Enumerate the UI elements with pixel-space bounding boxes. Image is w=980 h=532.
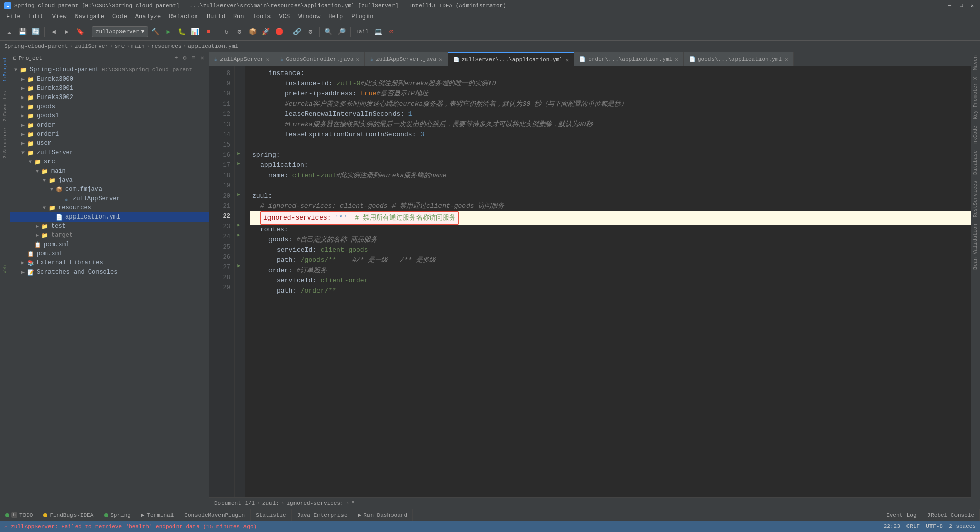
tree-item-main[interactable]: ▼ 📁 main — [10, 166, 209, 176]
tree-item-user[interactable]: ▶ 📁 user — [10, 139, 209, 148]
gutter-23[interactable]: ▶ — [235, 220, 243, 230]
terminal-icon[interactable]: 💻 — [372, 26, 384, 38]
menu-plugin[interactable]: Plugin — [347, 12, 377, 21]
bottom-tab-jrebel[interactable]: JRebel Console — [922, 509, 980, 521]
tree-item-target[interactable]: ▶ 📁 target — [10, 231, 209, 240]
run-button[interactable]: ▶ — [162, 26, 175, 38]
favorites-side-icon[interactable]: 2:Favorites — [1, 91, 10, 122]
tab-close-zullappserver[interactable]: ✕ — [266, 56, 270, 63]
menu-build[interactable]: Build — [203, 12, 229, 21]
menu-vcs[interactable]: VCS — [275, 12, 295, 21]
bottom-tab-todo[interactable]: 6 TODO — [0, 509, 38, 521]
tree-item-java[interactable]: ▼ 📁 java — [10, 176, 209, 185]
right-panel-key-promoter[interactable]: Key Promoter X — [972, 74, 979, 123]
forward-button[interactable]: ▶ — [61, 26, 73, 38]
bc-application-yml[interactable]: application.yml — [188, 43, 238, 50]
tab-close-goodscontroller[interactable]: ✕ — [356, 56, 360, 63]
debug-button[interactable]: 🐛 — [176, 26, 188, 38]
tree-item-order[interactable]: ▶ 📁 order — [10, 120, 209, 130]
attach-button[interactable]: 🔗 — [291, 26, 303, 38]
gutter-27[interactable]: ▶ — [235, 260, 243, 271]
tree-item-eureka3001[interactable]: ▶ 📁 Eureka3001 — [10, 84, 209, 93]
tree-item-goods[interactable]: ▶ 📁 goods — [10, 102, 209, 111]
tab-zullappserver-java[interactable]: ☕ zullAppServer.java ✕ — [365, 52, 448, 66]
menu-window[interactable]: Window — [294, 12, 324, 21]
gutter-16[interactable]: ▶ — [235, 148, 243, 158]
web-side-icon[interactable]: Web — [1, 261, 10, 277]
tab-close-zullappserver-java[interactable]: ✕ — [439, 56, 443, 63]
close-button[interactable]: ✕ — [969, 2, 976, 9]
tree-item-zullappserver-java[interactable]: ☕ zullAppServer — [10, 194, 209, 203]
menu-file[interactable]: File — [2, 12, 25, 21]
tree-item-resources[interactable]: ▼ 📁 resources — [10, 203, 209, 212]
search-button[interactable]: 🔍 — [322, 26, 334, 38]
back-button[interactable]: ◀ — [47, 26, 60, 38]
tab-order-app[interactable]: 📄 order\...\application.yml ✕ — [574, 52, 684, 66]
build-button[interactable]: 🔨 — [149, 26, 161, 38]
structure-side-icon[interactable]: 3:Structure — [1, 128, 10, 158]
tree-item-zullserver[interactable]: ▼ 📁 zullServer — [10, 148, 209, 157]
tree-item-comfmjava[interactable]: ▼ 📦 com.fmjava — [10, 185, 209, 194]
bottom-tab-terminal[interactable]: ▶ Terminal — [136, 509, 179, 521]
sync-button[interactable]: 🔄 — [30, 26, 42, 38]
panel-close-btn[interactable]: ✕ — [199, 54, 206, 62]
bottom-tab-findbugs[interactable]: FindBugs-IDEA — [38, 509, 99, 521]
right-panel-database[interactable]: Database — [972, 147, 979, 178]
tree-item-order1[interactable]: ▶ 📁 order1 — [10, 130, 209, 139]
gutter-17[interactable]: ▶ — [235, 158, 243, 168]
tree-item-src[interactable]: ▼ 📁 src — [10, 157, 209, 166]
menu-code[interactable]: Code — [108, 12, 131, 21]
deploy2-button[interactable]: 🚀 — [260, 26, 272, 38]
tab-zullappserver[interactable]: ☕ zullAppServer ✕ — [209, 52, 275, 66]
right-panel-maven[interactable]: Maven — [972, 52, 979, 74]
bottom-tab-eventlog[interactable]: Event Log — [881, 509, 922, 521]
project-side-icon[interactable]: 1:Project — [1, 54, 10, 85]
run-config-dropdown[interactable]: zullAppServer ▼ — [92, 26, 148, 37]
menu-help[interactable]: Help — [324, 12, 347, 21]
gutter-24[interactable]: ▶ — [235, 230, 243, 240]
maximize-button[interactable]: □ — [958, 2, 965, 9]
menu-view[interactable]: View — [48, 12, 71, 21]
bottom-tab-consolemaven[interactable]: ConsoleMavenPlugin — [179, 509, 251, 521]
tree-item-scratches[interactable]: ▶ 📝 Scratches and Consoles — [10, 268, 209, 277]
stop-button[interactable]: ■ — [202, 26, 214, 38]
right-panel-bean-validation[interactable]: Bean Validation — [972, 221, 979, 273]
status-charset[interactable]: UTF-8 — [926, 523, 943, 529]
code-content[interactable]: instance: instance-id: zull-0 #此实例注册到eur… — [245, 66, 971, 497]
project-icon[interactable]: ☁ — [3, 26, 15, 38]
bc-main[interactable]: main — [131, 43, 144, 50]
tab-close-order-app[interactable]: ✕ — [675, 56, 678, 63]
tree-item-eureka3000[interactable]: ▶ 📁 Eureka3000 — [10, 75, 209, 84]
bc-spring-cloud-parent[interactable]: Spring-cloud-parent — [4, 43, 68, 50]
menu-tools[interactable]: Tools — [249, 12, 275, 21]
tree-root[interactable]: ▼ 📁 Spring-cloud-parent H:\CSDN\Spring-c… — [10, 65, 209, 75]
save-button[interactable]: 💾 — [16, 26, 29, 38]
bottom-tab-spring[interactable]: Spring — [99, 509, 136, 521]
bc-zullserver[interactable]: zullServer — [75, 43, 108, 50]
tab-close-zullserver-app[interactable]: ✕ — [566, 57, 569, 63]
menu-edit[interactable]: Edit — [25, 12, 48, 21]
tab-close-goods-app[interactable]: ✕ — [785, 56, 788, 63]
settings-button[interactable]: ⚙ — [304, 26, 316, 38]
deploy-button[interactable]: 📦 — [247, 26, 259, 38]
bc-zuul[interactable]: zuul: — [262, 500, 279, 506]
tree-item-application-yml[interactable]: 📄 application.yml — [10, 212, 209, 222]
panel-gear-btn[interactable]: ≡ — [190, 54, 197, 62]
panel-add-btn[interactable]: + — [173, 54, 179, 62]
bc-ignored[interactable]: ignored-services: — [286, 500, 344, 506]
tree-item-ext-libs[interactable]: ▶ 📚 External Libraries — [10, 258, 209, 268]
bc-src[interactable]: src — [115, 43, 125, 50]
run-coverage[interactable]: 📊 — [189, 26, 201, 38]
tree-item-test[interactable]: ▶ 📁 test — [10, 222, 209, 231]
bc-resources[interactable]: resources — [151, 43, 181, 50]
tab-goods-app[interactable]: 📄 goods\...\application.yml ✕ — [684, 52, 794, 66]
bookmark-button[interactable]: 🔖 — [74, 26, 86, 38]
tree-item-eureka3002[interactable]: ▶ 📁 Eureka3002 — [10, 93, 209, 102]
tree-item-goods1[interactable]: ▶ 📁 goods1 — [10, 111, 209, 120]
minimize-button[interactable]: — — [946, 2, 953, 9]
menu-analyze[interactable]: Analyze — [131, 12, 165, 21]
right-panel-nkcode[interactable]: nkCode — [972, 123, 979, 147]
bottom-tab-javaenterprise[interactable]: Java Enterprise — [292, 509, 353, 521]
panel-settings-btn[interactable]: ⚙ — [181, 54, 188, 62]
tree-item-pom-zull[interactable]: 📋 pom.xml — [10, 240, 209, 249]
